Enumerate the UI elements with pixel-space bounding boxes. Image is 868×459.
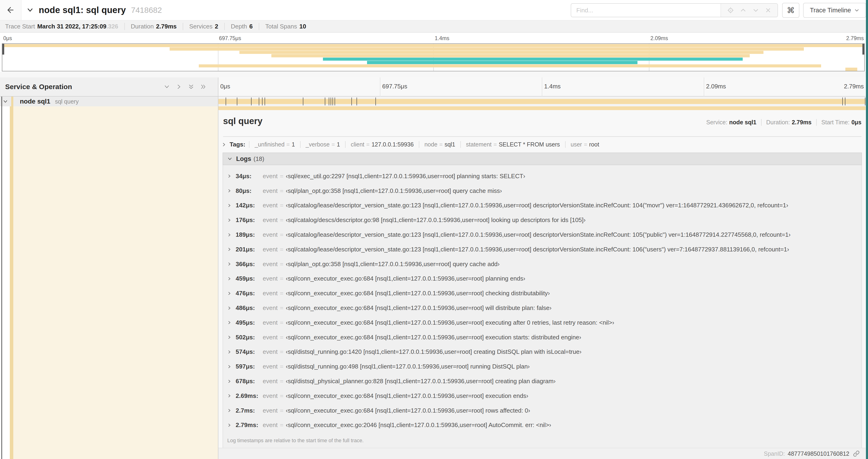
minimap-right-scrub-handle[interactable] <box>862 44 864 55</box>
log-timestamp: 459μs: <box>236 275 263 282</box>
span-id-footer: SpanID: 4877749850101760812 <box>218 448 866 459</box>
timeline-tick-label: 2.09ms <box>651 35 668 41</box>
logs-label: Logs <box>236 155 251 163</box>
log-field-key: event <box>263 217 278 224</box>
trace-view-selector[interactable]: Trace Timeline <box>803 3 866 18</box>
log-entry-row[interactable]: 502μs: event = ‹sql/conn_executor_exec.g… <box>223 330 862 345</box>
detail-meta-value: node sql1 <box>729 119 756 126</box>
log-equals: = <box>280 261 283 268</box>
log-entry-row[interactable]: 597μs: event = ‹sql/distsql_running.go:4… <box>223 359 862 374</box>
log-entry-row[interactable]: 495μs: event = ‹sql/conn_executor_exec.g… <box>223 315 862 330</box>
next-match-chevron-down-icon[interactable] <box>752 7 759 13</box>
span-row-name-cell[interactable]: node sql1 sql query <box>0 97 218 106</box>
detail-meta-label: Service: <box>706 119 727 126</box>
tag-key: _verbose <box>306 141 330 147</box>
expand-all-double-chevron-right-icon[interactable] <box>200 84 206 90</box>
page-scrollbar-thumb[interactable] <box>866 0 868 459</box>
log-equals: = <box>280 392 283 399</box>
meta-label: Depth <box>231 23 247 30</box>
log-field-key: event <box>263 421 278 429</box>
log-chevron-right-icon <box>227 321 231 325</box>
log-tick-mark <box>375 97 376 105</box>
tag-item: _verbose=1 <box>300 141 345 148</box>
log-entry-row[interactable]: 189μs: event = ‹sql/catalog/lease/descri… <box>223 227 862 242</box>
span-id-label: SpanID: <box>764 450 785 457</box>
trace-meta-item: Depth6 <box>224 23 259 30</box>
log-entry-row[interactable]: 2.69ms: event = ‹sql/conn_executor_exec.… <box>223 389 862 403</box>
log-entry-row[interactable]: 2.79ms: event = ‹sql/conn_executor_exec.… <box>223 418 862 433</box>
log-field-value: ‹sql/exec_util.go:2297 [nsql1,client=127… <box>286 173 525 180</box>
minimap-canvas[interactable] <box>2 43 865 71</box>
tags-accordion[interactable]: Tags: _unfinished=1 _verbose=1 client=12… <box>222 141 862 148</box>
meta-value: 2 <box>215 23 218 30</box>
detail-meta-pair: Duration:2.79ms <box>761 119 816 126</box>
log-entry-row[interactable]: 459μs: event = ‹sql/conn_executor_exec.g… <box>223 271 862 286</box>
trace-meta-item: Duration2.79ms <box>124 23 183 30</box>
log-timestamp: 189μs: <box>236 231 263 238</box>
keyboard-shortcuts-button[interactable]: ⌘ <box>782 3 799 18</box>
deep-link-icon[interactable] <box>853 450 860 457</box>
log-field-key: event <box>263 275 278 282</box>
log-entry-row[interactable]: 176μs: event = ‹sql/catalog/descs/descri… <box>223 213 862 227</box>
clear-find-x-icon[interactable] <box>765 7 771 13</box>
find-input[interactable] <box>571 4 720 17</box>
timeline-tick-label: 697.75μs <box>382 83 407 90</box>
log-field-key: event <box>263 261 278 268</box>
tag-key: client <box>351 141 364 147</box>
tag-item: user=root <box>565 141 604 148</box>
log-chevron-right-icon <box>227 276 231 281</box>
detail-left-color-strip <box>10 106 13 459</box>
meta-value: 6 <box>249 23 253 30</box>
detail-meta-pair: Service:node sql1 <box>702 119 761 126</box>
log-timestamp: 476μs: <box>236 290 263 297</box>
row-collapse-chevron-down-icon[interactable] <box>3 99 8 104</box>
trace-id: 7418682 <box>131 6 162 15</box>
collapse-trace-chevron-icon[interactable] <box>27 6 34 13</box>
log-entry-row[interactable]: 678μs: event = ‹sql/distsql_physical_pla… <box>223 374 862 389</box>
tag-equals: = <box>332 141 335 147</box>
log-tick-mark <box>845 97 845 105</box>
log-chevron-right-icon <box>227 423 231 427</box>
log-entry-row[interactable]: 476μs: event = ‹sql/conn_executor_exec.g… <box>223 286 862 301</box>
logs-header[interactable]: Logs (18) <box>223 153 862 165</box>
log-tick-mark <box>237 97 237 105</box>
log-tick-mark <box>333 97 333 105</box>
log-entry-row[interactable]: 142μs: event = ‹sql/catalog/lease/descri… <box>223 198 862 213</box>
back-button[interactable] <box>0 0 22 20</box>
span-row-timeline-cell[interactable] <box>218 97 866 106</box>
log-timestamp: 495μs: <box>236 319 263 326</box>
tag-key: node <box>425 141 437 147</box>
log-timestamp: 176μs: <box>236 217 263 224</box>
expand-one-chevron-right-icon[interactable] <box>176 84 182 90</box>
meta-label: Duration <box>131 23 154 30</box>
tag-equals: = <box>366 141 370 147</box>
log-equals: = <box>280 407 283 414</box>
log-entry-row[interactable]: 2.7ms: event = ‹sql/conn_executor_exec.g… <box>223 403 862 418</box>
collapse-all-chevron-down-icon[interactable] <box>164 84 170 90</box>
minimap-left-scrub-handle[interactable] <box>2 44 4 55</box>
collapse-all-double-chevron-down-icon[interactable] <box>188 84 194 90</box>
timeline-tick-label: 2.79ms <box>844 83 864 90</box>
log-entry-row[interactable]: 574μs: event = ‹sql/distsql_running.go:1… <box>223 345 862 359</box>
log-entry-row[interactable]: 486μs: event = ‹sql/conn_executor_exec.g… <box>223 301 862 315</box>
log-entry-row[interactable]: 80μs: event = ‹sql/plan_opt.go:358 [nsql… <box>223 184 862 198</box>
log-entry-row[interactable]: 201μs: event = ‹sql/catalog/lease/descri… <box>223 242 862 257</box>
locate-icon[interactable] <box>727 7 734 14</box>
log-tick-mark <box>303 97 303 105</box>
log-field-key: event <box>263 319 278 326</box>
log-entry-row[interactable]: 34μs: event = ‹sql/exec_util.go:2297 [ns… <box>223 169 862 184</box>
prev-match-chevron-up-icon[interactable] <box>740 7 746 13</box>
tag-equals: = <box>286 141 290 147</box>
log-entry-row[interactable]: 366μs: event = ‹sql/plan_opt.go:358 [nsq… <box>223 257 862 271</box>
detail-meta-label: Duration: <box>766 119 790 126</box>
logs-footnote: Log timestamps are relative to the start… <box>223 432 862 448</box>
tag-equals: = <box>584 141 587 147</box>
log-field-value: ‹sql/catalog/lease/descriptor_version_st… <box>286 231 790 238</box>
tags-chevron-right-icon <box>222 142 226 147</box>
log-chevron-right-icon <box>227 335 231 339</box>
trace-header: node sql1: sql query 7418682 <box>27 0 162 20</box>
log-equals: = <box>280 363 283 370</box>
meta-value-fraction: .326 <box>106 23 118 30</box>
timeline-tick-label: 1.4ms <box>544 83 561 90</box>
log-timestamp: 2.79ms: <box>236 421 263 429</box>
